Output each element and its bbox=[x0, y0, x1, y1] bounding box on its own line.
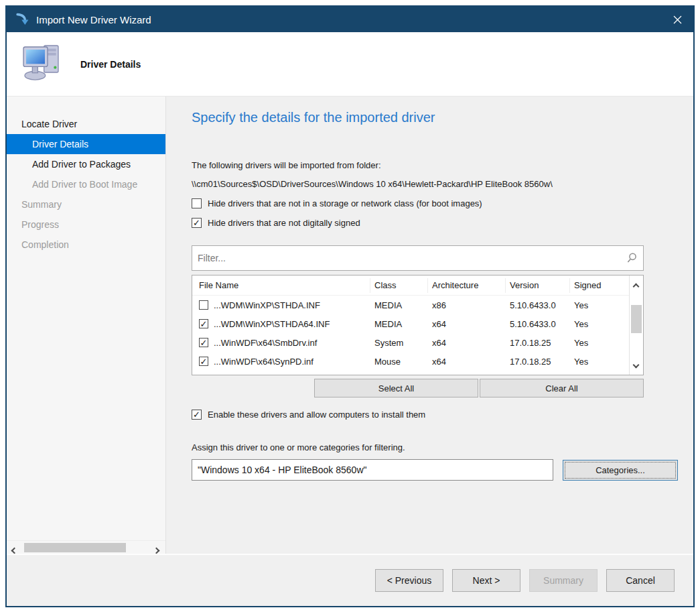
cell-version: 5.10.6433.0 bbox=[506, 319, 570, 329]
cell-class: Mouse bbox=[370, 357, 428, 367]
clear-all-button[interactable]: Clear All bbox=[480, 379, 644, 397]
cell-signed: Yes bbox=[570, 338, 629, 348]
computer-icon bbox=[21, 44, 63, 84]
table-row[interactable]: ...WinWDF\x64\SynPD.inf Mouse x64 17.0.1… bbox=[192, 352, 629, 371]
column-header-version[interactable]: Version bbox=[506, 278, 570, 293]
cell-architecture: x64 bbox=[428, 357, 506, 367]
previous-button[interactable]: < Previous bbox=[375, 569, 443, 592]
cell-version: 17.0.18.25 bbox=[506, 338, 570, 348]
filter-input[interactable] bbox=[192, 246, 626, 270]
page-background: Import New Driver Wizard bbox=[0, 0, 700, 614]
column-header-architecture[interactable]: Architecture bbox=[428, 278, 506, 293]
table-row[interactable]: ...WDM\WinXP\STHDA.INF MEDIA x86 5.10.64… bbox=[192, 296, 629, 314]
page-title: Driver Details bbox=[80, 59, 141, 70]
sidebar-item-add-driver-to-boot-image[interactable]: Add Driver to Boot Image bbox=[7, 174, 165, 194]
wizard-body: Locate Driver Driver Details Add Driver … bbox=[7, 97, 693, 554]
window-title: Import New Driver Wizard bbox=[36, 14, 151, 25]
row-checkbox-checked-icon[interactable] bbox=[199, 357, 208, 366]
sidebar-scrollbar-thumb[interactable] bbox=[24, 543, 126, 552]
cell-class: MEDIA bbox=[370, 319, 428, 329]
cell-architecture: x64 bbox=[428, 319, 506, 329]
hide-storage-network-label: Hide drivers that are not in a storage o… bbox=[208, 198, 482, 208]
table-header: File Name Class Architecture Version Sig… bbox=[192, 275, 629, 296]
sidebar-item-completion[interactable]: Completion bbox=[7, 235, 165, 255]
categories-button[interactable]: Categories... bbox=[563, 460, 678, 481]
summary-button: Summary bbox=[529, 569, 598, 592]
cell-signed: Yes bbox=[570, 357, 629, 367]
table-scrollbar-thumb[interactable] bbox=[631, 305, 642, 333]
cell-architecture: x86 bbox=[428, 300, 506, 310]
select-all-button[interactable]: Select All bbox=[314, 379, 478, 397]
close-button[interactable] bbox=[661, 7, 693, 32]
column-header-signed[interactable]: Signed bbox=[570, 278, 629, 293]
cell-signed: Yes bbox=[570, 319, 629, 329]
wizard-sidebar: Locate Driver Driver Details Add Driver … bbox=[7, 97, 166, 554]
row-checkbox-unchecked-icon[interactable] bbox=[199, 300, 208, 310]
cell-version: 5.10.6433.0 bbox=[506, 300, 570, 310]
sidebar-item-summary[interactable]: Summary bbox=[7, 194, 165, 214]
table-row[interactable]: ...WDM\WinXP\STHDA64.INF MEDIA x64 5.10.… bbox=[192, 314, 629, 333]
enable-drivers-label: Enable these drivers and allow computers… bbox=[208, 410, 425, 420]
intro-text: The following drivers will be imported f… bbox=[192, 160, 693, 170]
sidebar-item-driver-details[interactable]: Driver Details bbox=[7, 134, 165, 154]
assign-category-label: Assign this driver to one or more catego… bbox=[192, 442, 693, 452]
sidebar-item-add-driver-to-packages[interactable]: Add Driver to Packages bbox=[7, 154, 165, 174]
column-header-file-name[interactable]: File Name bbox=[192, 278, 370, 293]
cell-class: System bbox=[370, 338, 428, 348]
cell-file-name: ...WDM\WinXP\STHDA64.INF bbox=[214, 319, 370, 329]
title-bar: Import New Driver Wizard bbox=[7, 7, 693, 32]
cell-architecture: x64 bbox=[428, 338, 506, 348]
driver-table-list: File Name Class Architecture Version Sig… bbox=[192, 275, 629, 375]
scroll-up-icon[interactable] bbox=[634, 281, 638, 291]
checkbox-checked-icon[interactable] bbox=[192, 218, 202, 228]
selection-buttons-row: Select All Clear All bbox=[192, 379, 644, 397]
checkbox-unchecked-icon[interactable] bbox=[192, 198, 202, 208]
driver-source-path: \\cm01\Sources$\OSD\DriverSources\Window… bbox=[192, 179, 693, 189]
scroll-right-icon[interactable] bbox=[154, 545, 159, 554]
driver-table: File Name Class Architecture Version Sig… bbox=[192, 275, 644, 375]
sidebar-item-progress[interactable]: Progress bbox=[7, 214, 165, 235]
hide-storage-network-checkbox[interactable]: Hide drivers that are not in a storage o… bbox=[192, 198, 693, 208]
hide-unsigned-checkbox[interactable]: Hide drivers that are not digitally sign… bbox=[192, 218, 693, 228]
row-checkbox-checked-icon[interactable] bbox=[199, 319, 208, 328]
cell-signed: Yes bbox=[570, 300, 629, 310]
import-arrow-icon bbox=[15, 12, 29, 27]
column-header-class[interactable]: Class bbox=[370, 278, 428, 293]
cell-file-name: ...WDM\WinXP\STHDA.INF bbox=[214, 300, 370, 310]
wizard-window: Import New Driver Wizard bbox=[5, 5, 695, 607]
next-button[interactable]: Next > bbox=[452, 569, 520, 592]
checkbox-checked-icon[interactable] bbox=[192, 410, 202, 420]
filter-field bbox=[192, 245, 644, 271]
sidebar-horizontal-scrollbar[interactable] bbox=[7, 540, 165, 554]
cell-version: 17.0.18.25 bbox=[506, 357, 570, 367]
scroll-left-icon[interactable] bbox=[12, 545, 17, 554]
wizard-header: Driver Details bbox=[7, 32, 693, 97]
table-row[interactable]: ...WinWDF\x64\SmbDrv.inf System x64 17.0… bbox=[192, 333, 629, 352]
table-vertical-scrollbar[interactable] bbox=[629, 275, 643, 375]
content-heading: Specify the details for the imported dri… bbox=[192, 110, 693, 125]
hide-unsigned-label: Hide drivers that are not digitally sign… bbox=[208, 218, 360, 228]
cell-class: MEDIA bbox=[370, 300, 428, 310]
enable-drivers-checkbox[interactable]: Enable these drivers and allow computers… bbox=[192, 410, 693, 420]
sidebar-item-locate-driver[interactable]: Locate Driver bbox=[7, 114, 165, 134]
cell-file-name: ...WinWDF\x64\SynPD.inf bbox=[214, 357, 370, 367]
row-checkbox-checked-icon[interactable] bbox=[199, 338, 208, 347]
category-row: Categories... bbox=[192, 459, 693, 481]
scroll-down-icon[interactable] bbox=[634, 359, 638, 369]
search-icon[interactable] bbox=[626, 252, 638, 264]
category-input[interactable] bbox=[192, 459, 553, 481]
cancel-button[interactable]: Cancel bbox=[606, 569, 675, 592]
main-content: Specify the details for the imported dri… bbox=[166, 97, 693, 554]
close-icon bbox=[673, 15, 682, 24]
cell-file-name: ...WinWDF\x64\SmbDrv.inf bbox=[214, 338, 370, 348]
wizard-footer: < Previous Next > Summary Cancel bbox=[7, 554, 693, 606]
